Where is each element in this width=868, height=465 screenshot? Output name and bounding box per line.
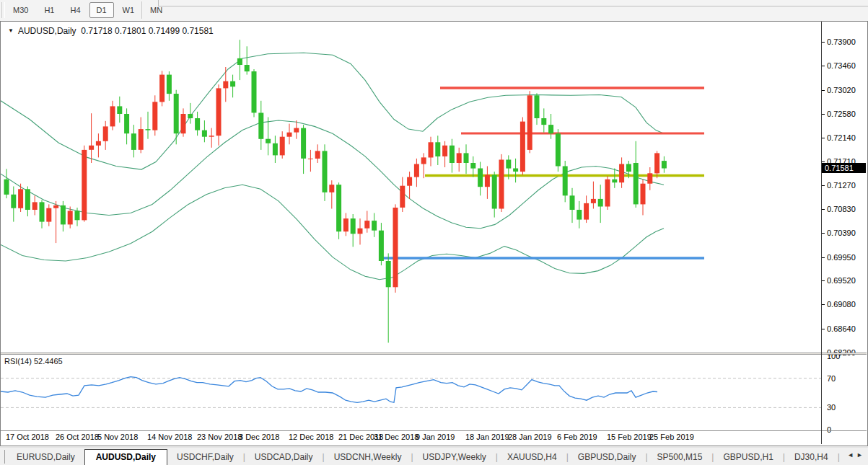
rsi-line [1,377,657,403]
price-tick [822,42,825,43]
timeframe-button-m30[interactable]: M30 [6,2,35,18]
current-price-tag: 0.71581 [822,163,866,173]
mt4-window: M30H1H4D1W1MN ▼AUDUSD,Daily 0.71718 0.71… [0,0,868,465]
rsi-indicator-plot[interactable] [1,355,821,430]
price-axis-label: 0.69080 [827,300,856,309]
tab-usdcnh-weekly[interactable]: USDCNH,Weekly [325,450,411,464]
price-tick [822,161,825,162]
price-axis-border [821,22,822,444]
date-axis-label: 5 Nov 2018 [97,433,138,441]
date-axis-label: 25 Feb 2019 [649,433,694,441]
date-axis-label: 15 Feb 2019 [607,433,652,441]
price-tick [822,280,825,281]
timeframe-buttons: M30H1H4D1W1MN [6,2,170,18]
price-axis-label: 0.73460 [827,61,856,70]
price-tick [822,90,825,91]
price-axis-label: 0.72580 [827,110,856,118]
candles [4,40,667,342]
rsi-axis-label: 70 [827,374,836,383]
tab-dj30-h4[interactable]: DJ30,H4 [785,450,838,464]
toolbar-divider-horizontal [158,6,868,6]
price-chart-plot[interactable] [1,22,821,353]
price-axis-label: 0.68640 [827,324,856,333]
price-tick [822,66,825,66]
toolbar-divider-vertical [158,0,159,6]
date-axis-label: 3 Dec 2018 [239,433,279,441]
price-axis-label: 0.73900 [827,37,856,46]
price-axis-label: 0.70830 [827,205,856,213]
tab-scroll-right-icon[interactable]: ► [856,451,866,459]
tab-scroll-left-icon[interactable]: ◄ [847,451,856,459]
price-tick [822,114,825,115]
toolbar-grip-icon[interactable] [1,2,5,18]
tab-gbpusd-h1[interactable]: GBPUSD,H1 [714,450,782,464]
price-tick [822,138,825,138]
timeframe-toolbar: M30H1H4D1W1MN [0,0,868,21]
tab-usdjpy-weekly[interactable]: USDJPY,Weekly [413,450,496,464]
date-axis-label: 14 Nov 2018 [147,433,192,441]
tab-tech100-h4[interactable]: TECH100,H4 [840,450,844,464]
timeframe-button-h1[interactable]: H1 [37,2,61,18]
tab-xauusd-h4[interactable]: XAUUSD,H4 [498,450,566,464]
tab-usdcad-daily[interactable]: USDCAD,Daily [245,450,323,464]
tab-gbpusd-daily[interactable]: GBPUSD,Daily [569,450,646,464]
date-axis-label: 9 Jan 2019 [416,433,455,441]
price-axis-label: 0.70390 [827,229,856,237]
price-tick [822,257,825,258]
chart-title: ▼AUDUSD,Daily 0.71718 0.71801 0.71499 0.… [8,26,214,36]
date-axis-label: 26 Oct 2018 [56,433,99,441]
chart-dropdown-icon[interactable]: ▼ [8,27,14,34]
date-axis-label: 31 Dec 2018 [374,433,418,441]
rsi-axis-label: 30 [827,403,836,412]
tabstrip-edge [4,450,5,464]
symbol-tabs: EURUSD,DailyAUDUSD,DailyUSDCHF,Daily|USD… [7,448,844,465]
chart-symbol-label: AUDUSD,Daily [18,26,76,36]
price-axis-label: 0.73020 [827,86,856,94]
date-axis-label: 23 Nov 2018 [197,433,242,441]
rsi-axis-label: 0 [827,425,831,434]
date-axis-label: 12 Dec 2018 [289,433,333,441]
price-tick [822,185,825,186]
date-axis-divider [1,430,867,431]
chart-quote-ohlc: 0.71718 0.71801 0.71499 0.71581 [81,26,214,36]
price-axis-label: 0.69950 [827,253,856,262]
price-tick [822,233,825,234]
price-tick [822,209,825,210]
price-tick [822,304,825,305]
price-axis-label: 0.72140 [827,133,856,142]
panel-divider[interactable] [1,353,867,355]
tab-scroll-arrows: ◄► [847,451,866,459]
symbol-tab-bar: EURUSD,DailyAUDUSD,DailyUSDCHF,Daily|USD… [0,447,868,465]
tab-eurusd-daily[interactable]: EURUSD,Daily [7,450,84,464]
price-tick [822,329,825,329]
toolbar-separator [141,1,142,19]
tab-audusd-daily[interactable]: AUDUSD,Daily [84,449,167,465]
timeframe-button-d1[interactable]: D1 [89,2,114,18]
timeframe-button-w1[interactable]: W1 [115,2,142,18]
rsi-label: RSI(14) 52.4465 [4,357,63,366]
date-axis-label: 6 Feb 2019 [557,433,597,441]
date-axis-label: 17 Oct 2018 [6,433,49,441]
date-axis-label: 28 Jan 2019 [508,433,552,441]
timeframe-button-mn[interactable]: MN [143,2,170,18]
date-axis-label: 18 Jan 2019 [465,433,509,441]
price-axis-label: 0.71270 [827,181,856,190]
price-axis-label: 0.69520 [827,276,856,285]
timeframe-button-h4[interactable]: H4 [63,2,87,18]
tab-usdchf-daily[interactable]: USDCHF,Daily [167,450,243,464]
tab-sp500-m15[interactable]: SP500,M15 [648,450,712,464]
